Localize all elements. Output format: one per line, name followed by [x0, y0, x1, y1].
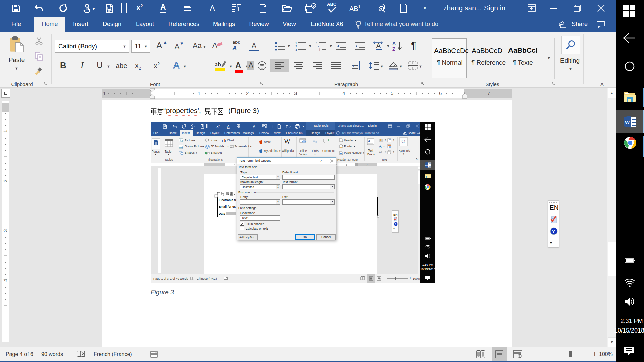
svg-text:1: 1	[198, 90, 200, 96]
svg-text:A: A	[227, 124, 230, 128]
svg-text:6: 6	[439, 90, 442, 96]
svg-text:1: 1	[103, 90, 106, 96]
svg-text:3: 3	[295, 48, 297, 51]
svg-text:7: 7	[487, 90, 490, 96]
svg-text:a: a	[318, 45, 319, 48]
svg-text:Email for ex: Email for ex	[219, 205, 236, 208]
svg-text:5: 5	[391, 90, 393, 96]
svg-text:2: 2	[246, 90, 249, 96]
svg-text:W: W	[625, 119, 630, 125]
svg-text:Z: Z	[392, 46, 395, 51]
svg-text:ab: ab	[215, 62, 221, 67]
svg-text:i: i	[319, 48, 320, 51]
svg-text:1: 1	[295, 41, 297, 45]
svg-text::: :	[224, 212, 225, 215]
svg-text:4: 4	[2, 279, 8, 282]
svg-text:A: A	[253, 124, 256, 128]
svg-text:7: 7	[366, 164, 368, 166]
svg-text:2: 2	[2, 180, 8, 182]
svg-text:?: ?	[395, 223, 397, 226]
svg-text:W: W	[425, 164, 428, 167]
svg-text:4: 4	[342, 90, 345, 96]
svg-text:1: 1	[316, 41, 318, 45]
svg-text:3: 3	[294, 90, 297, 96]
svg-text:2: 2	[295, 45, 297, 48]
svg-text:A: A	[368, 139, 370, 143]
svg-text:Electronic S: Electronic S	[219, 198, 236, 202]
svg-text:1: 1	[2, 130, 8, 133]
svg-text:6: 6	[346, 164, 347, 166]
svg-text:?: ?	[552, 228, 555, 234]
svg-text:x²: x²	[217, 124, 220, 128]
svg-text:A: A	[392, 41, 396, 46]
svg-text:3: 3	[2, 229, 8, 232]
